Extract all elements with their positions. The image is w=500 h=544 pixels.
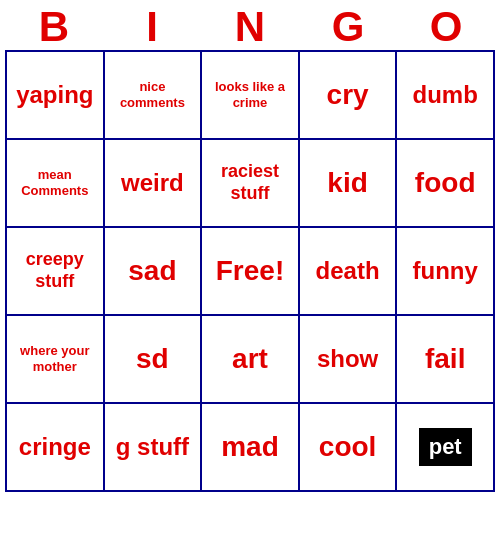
cell-text: food [415,166,476,200]
cell-r4-c0: cringe [7,404,105,492]
header-letter-b: B [5,4,103,50]
cell-r2-c3: death [300,228,398,316]
cell-text: cringe [19,433,91,462]
cell-text: fail [425,342,465,376]
cell-r4-c1: g stuff [105,404,203,492]
cell-text: cool [319,430,377,464]
cell-r2-c4: funny [397,228,495,316]
cell-text: g stuff [116,433,189,462]
cell-text: mean Comments [11,167,99,198]
cell-text: Free! [216,254,284,288]
cell-text: mad [221,430,279,464]
bingo-header: BINGO [5,4,495,50]
cell-text: weird [121,169,184,198]
cell-r3-c1: sd [105,316,203,404]
cell-r3-c2: art [202,316,300,404]
cell-text: nice comments [109,79,197,110]
cell-r2-c1: sad [105,228,203,316]
cell-text: death [316,257,380,286]
cell-text: sd [136,342,169,376]
cell-r0-c4: dumb [397,52,495,140]
cell-text: pet [419,428,472,466]
cell-r1-c0: mean Comments [7,140,105,228]
header-letter-g: G [299,4,397,50]
cell-r4-c3: cool [300,404,398,492]
cell-r1-c2: raciest stuff [202,140,300,228]
cell-r0-c0: yaping [7,52,105,140]
cell-text: dumb [413,81,478,110]
bingo-card: BINGO yapingnice commentslooks like a cr… [5,4,495,492]
cell-r2-c2: Free! [202,228,300,316]
cell-r0-c3: cry [300,52,398,140]
header-letter-o: O [397,4,495,50]
cell-text: funny [413,257,478,286]
cell-r4-c2: mad [202,404,300,492]
cell-r3-c0: where your mother [7,316,105,404]
bingo-grid: yapingnice commentslooks like a crimecry… [5,50,495,492]
cell-text: cry [327,78,369,112]
cell-text: where your mother [11,343,99,374]
cell-r1-c1: weird [105,140,203,228]
cell-r3-c4: fail [397,316,495,404]
header-letter-i: I [103,4,201,50]
cell-r0-c1: nice comments [105,52,203,140]
cell-text: show [317,345,378,374]
cell-text: creepy stuff [11,249,99,292]
cell-text: looks like a crime [206,79,294,110]
header-letter-n: N [201,4,299,50]
cell-text: art [232,342,268,376]
cell-r4-c4: pet [397,404,495,492]
cell-text: yaping [16,81,93,110]
cell-r3-c3: show [300,316,398,404]
cell-r2-c0: creepy stuff [7,228,105,316]
cell-text: raciest stuff [206,161,294,204]
cell-r1-c4: food [397,140,495,228]
cell-text: kid [327,166,367,200]
cell-r0-c2: looks like a crime [202,52,300,140]
cell-r1-c3: kid [300,140,398,228]
cell-text: sad [128,254,176,288]
